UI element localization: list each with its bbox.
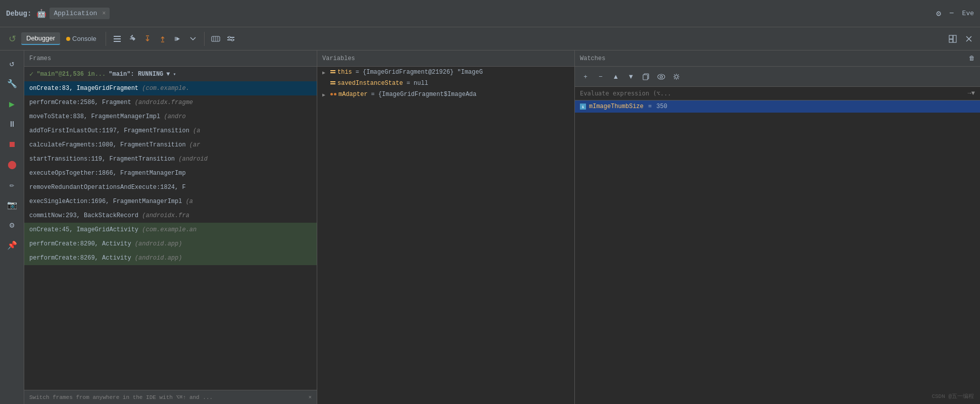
settings-debug-btn[interactable]: [224, 32, 238, 46]
svg-rect-12: [953, 35, 956, 42]
list-item[interactable]: ▶ this = {ImageGridFragment@21926} "Imag…: [317, 67, 574, 78]
expand-icon[interactable]: ▶: [322, 70, 328, 76]
thread-frames-btn[interactable]: [110, 32, 124, 46]
table-row[interactable]: calculateFragments:1080, FragmentTransit…: [24, 138, 317, 152]
sidebar-icon-pause[interactable]: ⏸: [3, 115, 21, 133]
thread-header[interactable]: ✓ "main"@21,536 in... "main": RUNNING ▼ …: [24, 67, 317, 81]
thread-check-icon: ✓: [29, 70, 33, 78]
table-row[interactable]: performCreate:2586, Fragment (androidx.f…: [24, 95, 317, 110]
evaluate-dropdown-icon[interactable]: ▼: [971, 90, 975, 97]
sidebar-icon-camera[interactable]: 📷: [3, 196, 21, 214]
svg-point-16: [658, 74, 665, 79]
sidebar-icon-pin[interactable]: 📌: [3, 236, 21, 255]
sidebar-icon-edit[interactable]: ✏: [3, 176, 21, 194]
watch-up-btn[interactable]: ▲: [609, 70, 622, 83]
top-bar: Debug: 🤖 Application × ⚙ − Eve: [0, 0, 980, 27]
variables-panel-content: ▶ this = {ImageGridFragment@21926} "Imag…: [317, 67, 574, 404]
eye-watch-btn[interactable]: [655, 70, 668, 83]
watch-down-btn[interactable]: ▼: [624, 70, 638, 83]
svg-rect-15: [643, 75, 648, 80]
svg-rect-0: [114, 36, 121, 37]
list-item[interactable]: i mImageThumbSize = 350: [575, 100, 980, 113]
app-tab[interactable]: Application ×: [50, 8, 110, 19]
sidebar-icon-run[interactable]: ▶: [3, 95, 21, 113]
table-row[interactable]: performCreate:8290, Activity (android.ap…: [24, 237, 317, 251]
toolbar-separator-2: [204, 32, 205, 46]
sidebar-icon-dot[interactable]: ⬤: [3, 156, 21, 174]
var-type-eq-icon: [330, 81, 335, 84]
watches-toolbar: + − ▲ ▼: [575, 67, 980, 87]
filter-icon[interactable]: ▼: [166, 71, 170, 78]
table-row[interactable]: commitNow:293, BackStackRecord (androidx…: [24, 209, 317, 223]
sidebar-icon-refresh[interactable]: ↺: [3, 55, 21, 73]
settings-icon[interactable]: ⚙: [936, 9, 941, 19]
console-label: Console: [72, 35, 96, 42]
variables-label: Variables: [322, 55, 355, 62]
evaluate-bar: → ▼: [575, 87, 980, 100]
remove-watch-btn[interactable]: −: [594, 70, 607, 83]
tab-console[interactable]: Console: [61, 33, 102, 44]
restore-layout-btn[interactable]: [946, 32, 960, 46]
debug-label: Debug:: [6, 10, 31, 18]
watches-panel-header: Watches 🗑: [575, 50, 980, 67]
top-bar-left: Debug: 🤖 Application ×: [6, 8, 936, 19]
minimize-icon[interactable]: −: [949, 9, 954, 18]
debugger-label: Debugger: [26, 34, 55, 42]
status-close[interactable]: ×: [308, 394, 312, 400]
frames-panel-header: Frames: [24, 50, 317, 67]
tab-debugger[interactable]: Debugger: [21, 32, 60, 45]
add-watch-btn[interactable]: +: [579, 70, 592, 83]
sidebar-icon-stop[interactable]: ⏹: [3, 135, 21, 154]
list-item[interactable]: ▶ mAdapter = {ImageGridFragment$ImageAda: [317, 89, 574, 100]
table-row[interactable]: execSingleAction:1696, FragmentManagerIm…: [24, 194, 317, 209]
evaluate-run-icon[interactable]: →: [968, 90, 971, 97]
variables-panel-header: Variables: [317, 50, 574, 67]
panels-area: Frames ✓ "main"@21,536 in... "main": RUN…: [24, 50, 980, 404]
settings-watch-btn[interactable]: [670, 70, 683, 83]
android-icon: 🤖: [36, 9, 46, 19]
watches-label: Watches: [580, 55, 605, 62]
mute-breakpoints-btn[interactable]: [209, 32, 223, 46]
frames-panel-content: ✓ "main"@21,536 in... "main": RUNNING ▼ …: [24, 67, 317, 390]
run-to-cursor-btn[interactable]: [171, 32, 185, 46]
svg-rect-1: [114, 38, 121, 39]
toolbar-right: [946, 32, 976, 46]
toolbar: ↺ Debugger Console: [0, 27, 980, 50]
pin-btn[interactable]: [962, 32, 976, 46]
thread-state: "main": RUNNING: [109, 71, 163, 78]
svg-point-10: [231, 39, 233, 41]
table-row[interactable]: moveToState:838, FragmentManagerImpl (an…: [24, 110, 317, 124]
dropdown-arrow[interactable]: ▾: [173, 71, 176, 77]
table-row[interactable]: removeRedundantOperationsAndExecute:1824…: [24, 180, 317, 194]
step-out-btn[interactable]: [156, 32, 170, 46]
expand-icon[interactable]: ▶: [322, 92, 328, 98]
var-type-oo-icon: [330, 93, 336, 95]
delete-watches-btn[interactable]: 🗑: [969, 55, 975, 62]
toolbar-separator-1: [106, 32, 106, 46]
table-row[interactable]: addToFirstInLastOut:1197, FragmentTransi…: [24, 124, 317, 138]
evaluate-input[interactable]: [580, 90, 964, 97]
sidebar-icon-wrench[interactable]: 🔧: [3, 75, 21, 93]
copy-watch-btn[interactable]: [640, 70, 653, 83]
svg-point-17: [660, 75, 663, 78]
table-row[interactable]: onCreate:83, ImageGridFragment (com.exam…: [24, 81, 317, 95]
evaluate-btn[interactable]: [186, 32, 200, 46]
sidebar-icon-settings[interactable]: ⚙: [3, 216, 21, 234]
step-over-btn[interactable]: [125, 32, 139, 46]
watermark: CSDN @五一编程: [575, 388, 980, 404]
frames-panel: Frames ✓ "main"@21,536 in... "main": RUN…: [24, 50, 317, 404]
frames-label: Frames: [29, 55, 51, 62]
table-row[interactable]: performCreate:8269, Activity (android.ap…: [24, 251, 317, 265]
table-row[interactable]: executeOpsTogether:1866, FragmentManager…: [24, 166, 317, 180]
table-row[interactable]: startTransitions:119, FragmentTransition…: [24, 152, 317, 166]
watch-type-icon: i: [580, 104, 586, 110]
table-row[interactable]: onCreate:45, ImageGridActivity (com.exam…: [24, 223, 317, 237]
top-bar-right: ⚙ − Eve: [936, 9, 974, 19]
step-into-btn[interactable]: [140, 32, 155, 46]
main-content: ↺ 🔧 ▶ ⏸ ⏹ ⬤ ✏ 📷 ⚙ 📌 Frames ✓ "main"@21,5…: [0, 50, 980, 404]
status-hint: Switch frames from anywhere in the IDE w…: [29, 394, 213, 400]
app-tab-close[interactable]: ×: [102, 10, 106, 17]
left-sidebar: ↺ 🔧 ▶ ⏸ ⏹ ⬤ ✏ 📷 ⚙ 📌: [0, 50, 24, 404]
list-item[interactable]: ▶ savedInstanceState = null: [317, 78, 574, 89]
resume-button[interactable]: ↺: [4, 31, 20, 47]
